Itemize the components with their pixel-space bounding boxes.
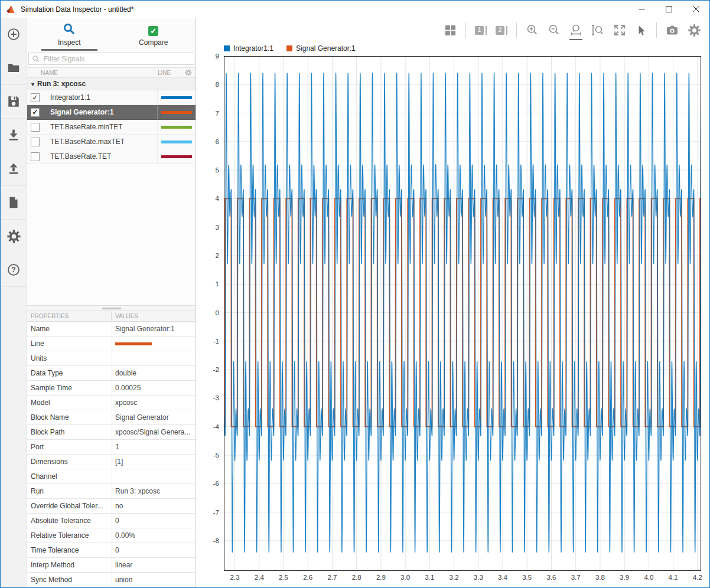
- filter-box: [28, 53, 194, 65]
- plot-canvas[interactable]: [224, 56, 701, 571]
- y-tick-label: 1: [216, 280, 219, 288]
- left-toolbar-filler: [1, 287, 27, 587]
- zoom-in-button[interactable]: [526, 24, 539, 37]
- y-tick-label: -7: [213, 509, 219, 516]
- property-value[interactable]: xpcosc/Signal Genera...: [112, 425, 196, 439]
- legend-item: Signal Generator:1: [286, 44, 356, 53]
- tab-compare-label: Compare: [139, 38, 168, 47]
- minimize-button[interactable]: [628, 1, 655, 18]
- zoom-out-button[interactable]: [548, 24, 561, 37]
- fit-to-view-button[interactable]: [613, 24, 626, 37]
- property-value[interactable]: 0: [112, 543, 196, 557]
- export-arrow-up-icon: [6, 162, 21, 176]
- property-label: Sample Time: [27, 381, 112, 395]
- left-toolbar: ?: [1, 18, 27, 587]
- signal-row[interactable]: ✓Signal Generator:1: [27, 105, 196, 120]
- open-button[interactable]: [1, 51, 27, 85]
- property-value[interactable]: [112, 469, 196, 484]
- pane-1-button[interactable]: 1: [475, 26, 487, 35]
- signal-checkbox[interactable]: [31, 138, 40, 146]
- maximize-button[interactable]: [655, 1, 682, 18]
- property-value[interactable]: Run 3: xpcosc: [112, 484, 196, 498]
- signal-panel: Inspect ✓ Compare NAME LINE: [27, 18, 196, 587]
- property-label: Line: [27, 337, 112, 351]
- signal-line-swatch: [161, 96, 192, 99]
- filter-input[interactable]: [43, 54, 191, 64]
- import-button[interactable]: [1, 119, 27, 152]
- signal-checkbox[interactable]: ✓: [31, 93, 40, 102]
- property-value[interactable]: [112, 337, 196, 351]
- gear-icon: [688, 24, 701, 37]
- signal-name: Signal Generator:1: [40, 108, 157, 116]
- y-tick-label: 4: [216, 195, 219, 202]
- signal-checkbox[interactable]: [31, 123, 40, 132]
- property-value[interactable]: no: [112, 499, 196, 513]
- plot-area[interactable]: 2.32.42.52.62.72.82.93.03.13.23.33.43.53…: [224, 56, 701, 571]
- property-row: Override Global Toler...no: [27, 499, 196, 514]
- property-value[interactable]: union: [112, 573, 196, 587]
- document-icon: [6, 195, 21, 210]
- run-group-header[interactable]: ▾ Run 3: xpcosc: [27, 78, 196, 90]
- property-row: Line: [27, 337, 196, 351]
- export-button[interactable]: [1, 152, 27, 186]
- layout-grid-button[interactable]: [444, 24, 457, 37]
- property-value[interactable]: xpcosc: [112, 396, 196, 410]
- window-controls: [628, 1, 709, 18]
- add-run-button[interactable]: [1, 18, 27, 51]
- property-value[interactable]: Signal Generator: [112, 410, 196, 424]
- collapse-caret-icon[interactable]: ▾: [31, 81, 34, 87]
- pointer-tool-button[interactable]: [635, 24, 647, 37]
- tab-compare[interactable]: ✓ Compare: [112, 18, 196, 51]
- signal-checkbox[interactable]: [31, 152, 40, 161]
- signal-row[interactable]: TET.BaseRate.maxTET: [27, 135, 196, 149]
- property-value[interactable]: [1]: [112, 455, 196, 469]
- save-button[interactable]: [1, 85, 27, 119]
- property-label: Override Global Toler...: [27, 499, 112, 513]
- layout-grid-icon: [444, 24, 457, 37]
- property-value[interactable]: 0.00%: [112, 528, 196, 543]
- window-title: Simulation Data Inspector - untitled*: [21, 5, 133, 14]
- property-row: Interp Methodlinear: [27, 558, 196, 573]
- zoom-in-y-button[interactable]: [591, 24, 604, 37]
- close-button[interactable]: [682, 1, 709, 18]
- column-settings-gear-icon[interactable]: [185, 69, 192, 76]
- create-report-button[interactable]: [1, 186, 27, 220]
- property-label: Interp Method: [27, 558, 112, 572]
- legend-label: Integrator1:1: [233, 44, 273, 53]
- property-label: Block Name: [27, 410, 112, 424]
- title-bar: Simulation Data Inspector - untitled*: [1, 1, 709, 18]
- signal-checkbox[interactable]: ✓: [31, 108, 40, 117]
- x-tick-label: 3.2: [450, 574, 459, 581]
- y-tick-label: 3: [216, 224, 219, 231]
- panel-splitter[interactable]: [27, 305, 196, 311]
- preferences-button[interactable]: [1, 220, 27, 253]
- y-tick-label: 6: [216, 138, 219, 145]
- property-value[interactable]: 1: [112, 440, 196, 454]
- signal-list-empty-area: [27, 164, 196, 305]
- property-label: Block Path: [27, 425, 112, 439]
- property-row: Port1: [27, 440, 196, 455]
- tab-inspect[interactable]: Inspect: [27, 18, 112, 51]
- signal-row[interactable]: ✓Integrator1:1: [27, 90, 196, 105]
- property-value[interactable]: 0.00025: [112, 381, 196, 395]
- y-tick-label: -3: [213, 394, 219, 401]
- signal-row[interactable]: TET.BaseRate.minTET: [27, 120, 196, 135]
- fit-to-view-icon: [613, 24, 626, 37]
- property-value[interactable]: Signal Generator:1: [112, 322, 196, 336]
- property-value[interactable]: linear: [112, 558, 196, 572]
- zoom-in-time-button[interactable]: [569, 24, 582, 37]
- plot-settings-button[interactable]: [688, 24, 701, 37]
- x-tick-label: 3.6: [547, 574, 556, 581]
- signal-row[interactable]: TET.BaseRate.TET: [27, 149, 196, 164]
- property-value[interactable]: double: [112, 366, 196, 380]
- property-value[interactable]: [112, 351, 196, 365]
- property-row: Modelxpcosc: [27, 396, 196, 410]
- snapshot-button[interactable]: [666, 24, 679, 37]
- property-label: Relative Tolerance: [27, 528, 112, 543]
- property-value[interactable]: 0: [112, 514, 196, 528]
- property-row: Dimensions[1]: [27, 455, 196, 469]
- help-button[interactable]: ?: [1, 253, 27, 287]
- x-tick-label: 3.1: [425, 574, 434, 581]
- pane-2-button[interactable]: 2: [496, 26, 507, 35]
- column-header-name: NAME: [41, 70, 158, 76]
